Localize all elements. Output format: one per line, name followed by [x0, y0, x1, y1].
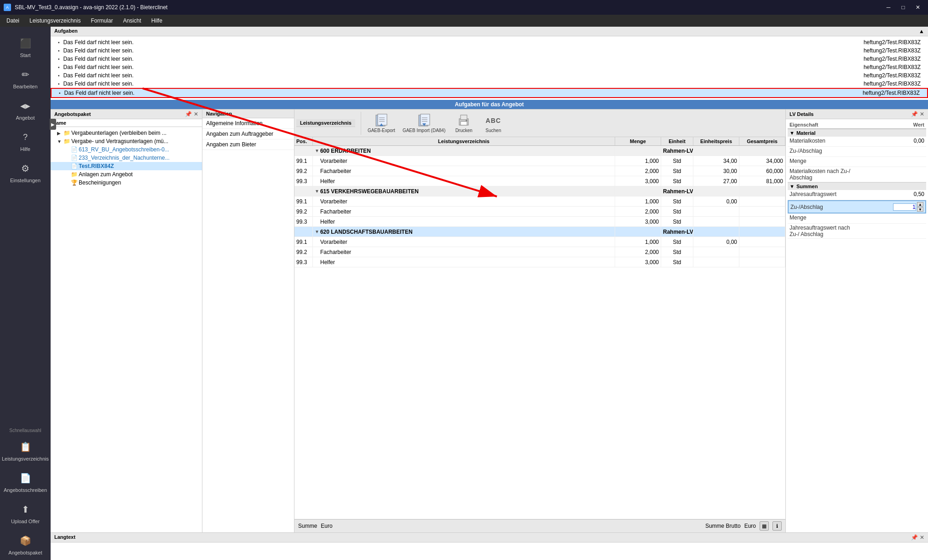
table-row[interactable]: 99.2 Facharbeiter 2,000 Std 30,00 60,000 — [294, 166, 785, 176]
zu-abschlag-up-btn[interactable]: ▲ — [917, 202, 923, 207]
file-panel-close-btn[interactable]: ✕ — [194, 111, 198, 117]
tree-item-vergabeunterlagen[interactable]: ▶ 📁 Vergabeunterlagen (verbleiben beim .… — [51, 129, 202, 137]
td-einheit: Std — [661, 166, 693, 176]
toolbar-suchen[interactable]: ABC Suchen — [479, 112, 507, 134]
sidebar-item-leistungsverzeichnis[interactable]: 📋 Leistungsverzeichnis — [0, 435, 51, 466]
sidebar-item-angebot[interactable]: ◀▶ Angebot — [0, 94, 51, 125]
td-pos: 99.3 — [294, 217, 313, 226]
sidebar-item-bearbeiten[interactable]: ✏ Bearbeiten — [0, 63, 51, 94]
details-row-zu-abschlag-highlighted[interactable]: Zu-/Abschlag ▲ ▼ — [788, 200, 926, 214]
close-button[interactable]: ✕ — [911, 2, 924, 12]
row-expand-icon: ▼ — [315, 189, 319, 194]
table-row[interactable]: 99.1 Vorarbeiter 1,000 Std 0,00 — [294, 237, 785, 247]
zu-abschlag-input[interactable] — [893, 203, 916, 211]
sidebar-item-start[interactable]: ⬛ Start — [0, 31, 51, 63]
nav-allgemeine-info[interactable]: Allgemeine Information — [202, 118, 294, 129]
tree-item-test-ribx84z[interactable]: 📄 Test.RIBX84Z — [51, 162, 202, 170]
details-row-zu-abschlag-material[interactable]: Zu-/Abschlag — [788, 147, 926, 157]
nav-angaben-auftraggeber[interactable]: Angaben zum Auftraggeber — [202, 129, 294, 139]
sidebar-label-start: Start — [20, 52, 30, 58]
sidebar-item-upload-offer[interactable]: ⬆ Upload Offer — [0, 497, 51, 529]
folder-icon: 📁 — [71, 171, 78, 178]
task-text: Das Feld darf nicht leer sein. — [63, 64, 134, 70]
sidebar-item-einstellungen[interactable]: ⚙ Einstellungen — [0, 156, 51, 188]
table-row[interactable]: ▼600 ERDARBEITEN Rahmen-LV — [294, 146, 785, 156]
details-close-btn[interactable]: ✕ — [920, 111, 924, 117]
td-ep: 30,00 — [693, 166, 739, 176]
sidebar-item-hilfe[interactable]: ? Hilfe — [0, 125, 51, 156]
file-panel-header: Angebotspaket 📌 ✕ — [51, 110, 202, 119]
menu-datei[interactable]: Datei — [2, 16, 24, 26]
tree-item-613[interactable]: 📄 613_RV_BU_Angebotsschreiben-0... — [51, 145, 202, 154]
col-menge: Menge — [615, 137, 661, 145]
title-bar: A SBL-MV_Test3_0.avasign - ava-sign 2022… — [0, 0, 928, 15]
table-row[interactable]: 99.3 Helfer 3,000 Std 27,00 81,000 — [294, 176, 785, 186]
menu-formular[interactable]: Formular — [86, 16, 117, 26]
sidebar-expand-button[interactable]: ▶ — [50, 119, 56, 130]
tree-item-bescheinigungen[interactable]: 🏆 Bescheinigungen — [51, 179, 202, 187]
table-row[interactable]: 99.2 Facharbeiter 2,000 Std — [294, 207, 785, 217]
tree-item-233[interactable]: 📄 233_Verzeichnis_der_Nachunterne... — [51, 154, 202, 162]
toolbar-print-label: Drucken — [455, 128, 473, 133]
details-section-material[interactable]: ▼ Material — [788, 129, 926, 137]
details-col-value: Wert — [857, 122, 925, 127]
menu-leistungsverzeichnis[interactable]: Leistungsverzeichnis — [25, 16, 85, 26]
langtext-pin-btn[interactable]: 📌 — [911, 534, 918, 541]
task-row[interactable]: • Das Feld darf nicht leer sein. heftung… — [51, 63, 928, 71]
toolbar-drucken[interactable]: Drucken — [450, 112, 478, 134]
nav-panel-header: Navigation — [202, 110, 294, 118]
td-ep — [693, 207, 739, 216]
menu-hilfe[interactable]: Hilfe — [147, 16, 167, 26]
row-expand-icon: ▼ — [315, 148, 319, 153]
footer-info-btn[interactable]: ℹ — [772, 521, 782, 531]
details-col-headers: Eigenschaft Wert — [788, 121, 926, 129]
task-row[interactable]: • Das Feld darf nicht leer sein. heftung… — [51, 46, 928, 55]
table-row[interactable]: ▼615 VERKEHRSWEGEBAUARBEITEN Rahmen-LV — [294, 186, 785, 196]
td-pos: 99.1 — [294, 196, 313, 206]
file-tree: ▶ 📁 Vergabeunterlagen (verbleiben beim .… — [51, 127, 202, 532]
table-row[interactable]: 99.3 Helfer 3,000 Std — [294, 257, 785, 267]
details-section-summen[interactable]: ▼ Summen — [788, 182, 926, 190]
task-row[interactable]: • Das Feld darf nicht leer sein. heftung… — [51, 38, 928, 46]
upload-icon: ⬆ — [18, 502, 33, 517]
task-row[interactable]: • Das Feld darf nicht leer sein. heftung… — [51, 80, 928, 88]
maximize-button[interactable]: □ — [897, 2, 910, 12]
zu-abschlag-down-btn[interactable]: ▼ — [917, 207, 923, 212]
task-row-selected[interactable]: • Das Feld darf nicht leer sein. heftung… — [51, 88, 928, 98]
file-panel-pin-btn[interactable]: 📌 — [185, 111, 192, 117]
file-icon: 📄 — [71, 155, 78, 161]
angebotspaket-icon: 📦 — [18, 533, 33, 548]
td-pos: 99.3 — [294, 176, 313, 186]
tree-item-vergabe-vertragsunterlagen[interactable]: ▼ 📁 Vergabe- und Vertragsunterlagen (mü.… — [51, 137, 202, 145]
table-row[interactable]: 99.2 Facharbeiter 2,000 Std — [294, 247, 785, 257]
task-path: heftung2/Test.RIBX83Z — [863, 90, 920, 96]
langtext-close-btn[interactable]: ✕ — [920, 534, 924, 541]
prop-name: Jahresauftragswert nach Zu-/ Abschlag — [790, 225, 857, 237]
prop-value — [857, 148, 925, 156]
table-row[interactable]: 99.1 Vorarbeiter 1,000 Std 34,00 34,000 — [294, 156, 785, 166]
menu-ansicht[interactable]: Ansicht — [118, 16, 145, 26]
nav-angaben-bieter[interactable]: Angaben zum Bieter — [202, 139, 294, 150]
table-row[interactable]: 99.1 Vorarbeiter 1,000 Std 0,00 — [294, 196, 785, 207]
lv-toolbar: Leistungsverzeichnis — [294, 110, 785, 137]
toolbar-gaeb-export[interactable]: GAEB-Export — [365, 112, 398, 134]
minimize-button[interactable]: ─ — [882, 2, 895, 12]
tree-item-anlagen[interactable]: 📁 Anlagen zum Angebot — [51, 170, 202, 179]
sidebar-item-angebotsschreiben[interactable]: 📄 Angebotsschreiben — [0, 466, 51, 497]
details-pin-btn[interactable]: 📌 — [911, 111, 918, 117]
tasks-collapse-btn[interactable]: ▲ — [919, 28, 924, 35]
tree-expand-icon[interactable]: ▶ — [57, 131, 63, 136]
footer-grid-btn[interactable]: ▦ — [760, 521, 769, 531]
langtext-content — [51, 543, 928, 546]
schnellauswahl-label: Schnellauswahl — [0, 426, 51, 435]
tree-expand-icon[interactable]: ▼ — [57, 139, 63, 144]
toolbar-gaeb-import[interactable]: GAEB Import (DA84) — [400, 112, 448, 134]
table-row[interactable]: 99.3 Helfer 3,000 Std — [294, 217, 785, 227]
task-row[interactable]: • Das Feld darf nicht leer sein. heftung… — [51, 55, 928, 63]
table-row-620[interactable]: ▼620 LANDSCHAFTSBAUARBEITEN Rahmen-LV — [294, 227, 785, 237]
folder-icon: 📁 — [63, 138, 70, 144]
sidebar-label-lv: Leistungsverzeichnis — [2, 456, 49, 462]
task-row[interactable]: • Das Feld darf nicht leer sein. heftung… — [51, 71, 928, 80]
langtext-title: Langtext — [54, 534, 75, 541]
sidebar-item-angebotspaket[interactable]: 📦 Angebotspaket — [0, 529, 51, 560]
